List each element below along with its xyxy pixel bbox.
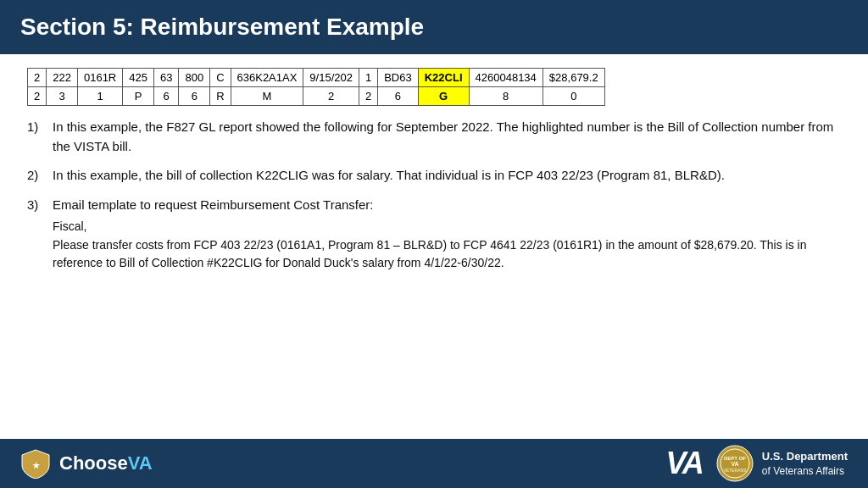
va-suffix-text: VA [128, 452, 153, 474]
list-item-1: 1) In this example, the F827 GL report s… [27, 118, 841, 156]
cell-r2c8: M [231, 87, 303, 106]
cell-r2c12-highlighted: G [418, 87, 469, 106]
cell-r1c5: 63 [153, 69, 178, 87]
cell-r1c1: 2 [28, 69, 47, 87]
dept-line2: of Veterans Affairs [762, 464, 848, 479]
email-block: Fiscal, Please transfer costs from FCP 4… [53, 218, 841, 273]
cell-r1c6: 800 [179, 69, 210, 87]
cell-r2c2: 3 [47, 87, 78, 106]
cell-r1c8: 636K2A1AX [231, 69, 303, 87]
cell-r2c3: 1 [77, 87, 122, 106]
list-num-1: 1) [27, 118, 47, 156]
svg-text:★: ★ [32, 461, 41, 470]
list-content-3: Email template to request Reimbursement … [53, 196, 841, 274]
cell-r2c9: 2 [303, 87, 359, 106]
list-num-3: 3) [27, 196, 47, 274]
cell-r2c13: 8 [469, 87, 542, 106]
list-item-2: 2) In this example, the bill of collecti… [27, 166, 841, 186]
cell-r1c3: 0161R [77, 69, 122, 87]
cell-r2c11: 6 [378, 87, 419, 106]
cell-r2c10: 2 [359, 87, 377, 106]
table-row: 2 222 0161R 425 63 800 C 636K2A1AX 9/15/… [28, 69, 605, 87]
email-intro: Email template to request Reimbursement … [53, 197, 374, 212]
cell-r2c4: P [123, 87, 154, 106]
cell-r1c2: 222 [47, 69, 78, 87]
cell-r1c11: BD63 [378, 69, 419, 87]
list-content-2: In this example, the bill of collection … [53, 166, 841, 186]
svg-text:VA: VA [731, 461, 738, 467]
cell-r1c4: 425 [123, 69, 154, 87]
dept-line1: U.S. Department [762, 449, 848, 464]
list-item-3: 3) Email template to request Reimburseme… [27, 196, 841, 274]
list-num-2: 2) [27, 166, 47, 186]
data-table-container: 2 222 0161R 425 63 800 C 636K2A1AX 9/15/… [27, 68, 841, 106]
footer-right: VA DEPT OF VA VETERANS U.S. Department o… [666, 445, 848, 482]
svg-text:VETERANS: VETERANS [723, 468, 747, 473]
cell-r2c14: 0 [542, 87, 604, 106]
page-header: Section 5: Reimbursement Example [0, 0, 868, 54]
va-seal-icon: DEPT OF VA VETERANS [716, 445, 754, 482]
choose-text: Choose [59, 452, 128, 474]
page-title: Section 5: Reimbursement Example [20, 14, 424, 40]
cell-r2c5: 6 [153, 87, 178, 106]
chooseva-label: ChooseVA [59, 452, 153, 474]
cell-r1c10: 1 [359, 69, 377, 87]
body-text: 1) In this example, the F827 GL report s… [27, 118, 841, 273]
cell-r2c6: 6 [179, 87, 210, 106]
dept-seal: DEPT OF VA VETERANS U.S. Department of V… [716, 445, 848, 482]
table-row: 2 3 1 P 6 6 R M 2 2 6 G 8 0 [28, 87, 605, 106]
cell-r1c9: 9/15/202 [303, 69, 359, 87]
cell-r1c12-highlighted: K22CLI [418, 69, 469, 87]
cell-r2c7: R [210, 87, 231, 106]
list-content-1: In this example, the F827 GL report show… [53, 118, 841, 156]
email-line2: Please transfer costs from FCP 403 22/23… [53, 236, 841, 273]
dept-text: U.S. Department of Veterans Affairs [762, 449, 848, 479]
va-logo: VA [666, 446, 703, 481]
cell-r1c7: C [210, 69, 231, 87]
page-footer: ★ ChooseVA VA DEPT OF VA VETERANS U.S. D… [0, 439, 868, 488]
email-line1: Fiscal, [53, 218, 841, 236]
cell-r1c13: 4260048134 [469, 69, 542, 87]
footer-left: ★ ChooseVA [20, 448, 153, 479]
shield-icon: ★ [20, 448, 51, 479]
main-content: 2 222 0161R 425 63 800 C 636K2A1AX 9/15/… [0, 54, 868, 439]
cell-r1c14: $28,679.2 [542, 69, 604, 87]
cell-r2c1: 2 [28, 87, 47, 106]
reimbursement-table: 2 222 0161R 425 63 800 C 636K2A1AX 9/15/… [27, 68, 605, 106]
